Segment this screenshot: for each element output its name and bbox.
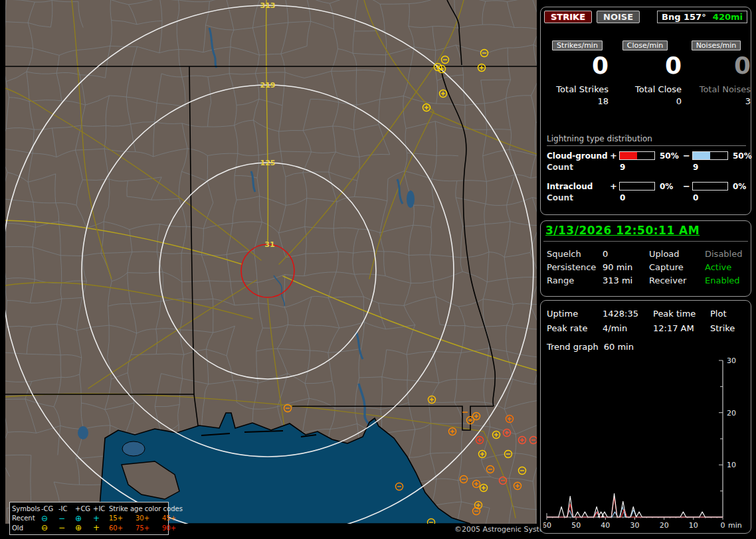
x-tick-label: 10 (689, 521, 698, 530)
cg-negative-count: 9 (683, 163, 756, 172)
lightning-detector-app: 313 219 125 31 Symbols -CG -IC +CG +IC R… (0, 0, 756, 539)
range-label: Range (547, 275, 603, 285)
strikes-rate-value: 0 (592, 54, 609, 78)
bearing-readout: Bng 157° 420mi (657, 11, 747, 23)
divider (543, 241, 748, 242)
ic-positive-bar (619, 182, 655, 191)
lake (122, 441, 145, 456)
cg-negative-bar (692, 151, 728, 160)
total-noises-label: Total Noises (700, 84, 751, 94)
status-panel: 3/13/2026 12:50:11 AM Squelch 0 Upload D… (540, 220, 751, 297)
x-tick-label: 30 (630, 521, 640, 530)
persistence-value: 90 min (603, 262, 649, 272)
y-tick-label: 20 (727, 409, 736, 418)
ring-label-219: 219 (260, 81, 276, 90)
x-tick-label: 20 (660, 521, 669, 530)
plus-sign: + (610, 151, 619, 161)
legend-row-recent: Recent (12, 514, 41, 522)
recent-plus-icon: + (93, 515, 108, 522)
squelch-value: 0 (603, 249, 649, 259)
map-canvas[interactable]: 313 219 125 31 (5, 0, 537, 524)
cg-negative-pct: 50% (729, 151, 756, 161)
plot-type-value: Strike (710, 323, 747, 333)
old-minus-icon: − (58, 524, 75, 531)
recent-circle-plus-icon: ⊕ (75, 515, 93, 522)
ring-label-125: 125 (260, 159, 276, 167)
age-45: 45+ (162, 514, 189, 522)
recent-minus-icon: − (58, 515, 75, 522)
noise-button[interactable]: NOISE (597, 11, 640, 23)
upload-label: Upload (649, 249, 705, 259)
plus-sign: + (610, 181, 619, 191)
legend-col-symbols: Symbols (12, 505, 41, 512)
close-counter-column: Close/min 0 Total Close 0 (609, 40, 682, 106)
ic-negative-count: 0 (683, 193, 756, 202)
trend-series-positive-cg (547, 497, 723, 517)
trend-panel: Uptime 1428:35 Peak time Plot Peak rate … (540, 300, 751, 534)
y-tick-label: 10 (727, 461, 736, 469)
legend-col-ncg: -CG (41, 505, 58, 512)
uptime-label: Uptime (547, 309, 603, 319)
receiver-value: Enabled (705, 275, 747, 285)
total-noises-value: 3 (745, 96, 751, 106)
close-per-min-button[interactable]: Close/min (622, 40, 668, 50)
strike-button[interactable]: STRIKE (544, 11, 592, 23)
noises-per-min-button[interactable]: Noises/min (692, 40, 741, 50)
persistence-label: Persistence (547, 262, 603, 272)
age-60: 60+ (109, 524, 136, 532)
legend-row-old: Old (12, 524, 41, 532)
intracloud-label: Intracloud (547, 182, 610, 191)
minus-sign: − (683, 181, 692, 191)
ring-label-31: 31 (264, 240, 274, 249)
symbol-legend: Symbols -CG -IC +CG +IC Recent ⊖ − ⊕ + O… (9, 502, 169, 535)
ic-negative-pct: 0% (729, 182, 756, 191)
noises-counter-column: Noises/min 0 Total Noises 3 (682, 40, 751, 106)
total-strikes-label: Total Strikes (556, 84, 609, 94)
peak-time-value: 12:17 AM (653, 323, 710, 333)
strikes-per-min-button[interactable]: Strikes/min (552, 40, 603, 50)
recent-circle-minus-icon: ⊖ (41, 515, 58, 522)
upload-value: Disabled (705, 249, 747, 259)
legend-col-nic: -IC (58, 505, 75, 512)
peak-rate-value: 4/min (603, 323, 653, 333)
bearing-value: Bng 157° (662, 12, 706, 22)
age-codes-title: Strike age color codes (109, 505, 189, 512)
plot-header: Plot (710, 309, 747, 319)
capture-value: Active (705, 262, 747, 272)
range-value: 313 mi (603, 275, 649, 285)
total-close-label: Total Close (635, 84, 682, 94)
ic-negative-bar (692, 182, 728, 191)
ic-positive-count: 0 (610, 193, 683, 202)
cg-count-label: Count (547, 163, 610, 172)
total-strikes-value: 18 (597, 96, 609, 106)
cloud-ground-label: Cloud-ground (547, 151, 610, 161)
datetime-display: 3/13/2026 12:50:11 AM (545, 224, 700, 237)
cg-positive-pct: 50% (656, 151, 683, 161)
chart-axes (547, 360, 723, 517)
cg-positive-count: 9 (610, 163, 683, 172)
peak-rate-label: Peak rate (547, 323, 603, 333)
minus-sign: − (683, 151, 692, 161)
age-15: 15+ (109, 514, 136, 522)
map-area: 313 219 125 31 (5, 0, 537, 524)
legend-col-pic: +IC (93, 505, 108, 512)
ic-positive-pct: 0% (656, 182, 683, 191)
old-circle-plus-icon: ⊕ (75, 524, 93, 531)
age-30: 30+ (136, 514, 162, 522)
x-tick-label: 50 (571, 521, 581, 530)
strike-counters-panel: STRIKE NOISE Bng 157° 420mi Strikes/min … (540, 7, 751, 215)
close-rate-value: 0 (665, 54, 682, 78)
trend-graph-chart: 1020306050403020100min (543, 354, 751, 532)
peak-time-header: Peak time (653, 309, 710, 319)
bearing-distance: 420mi (713, 12, 743, 22)
x-unit-label: min (728, 521, 742, 530)
ring-label-313: 313 (260, 1, 276, 10)
lightning-distribution: Lightning type distribution Cloud-ground… (547, 134, 746, 202)
total-close-value: 0 (676, 96, 682, 106)
cg-positive-bar (619, 151, 655, 160)
old-circle-minus-icon: ⊖ (41, 524, 58, 531)
legend-col-pcg: +CG (75, 505, 93, 512)
x-tick-label: 60 (543, 521, 551, 530)
receiver-label: Receiver (649, 275, 705, 285)
squelch-label: Squelch (547, 249, 603, 259)
